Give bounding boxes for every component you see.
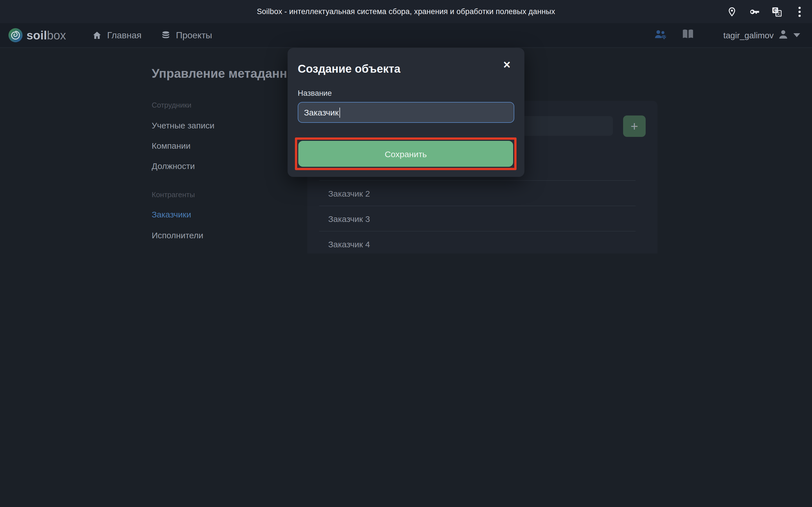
browser-icons: G 文 bbox=[726, 0, 805, 23]
location-icon[interactable] bbox=[726, 6, 737, 17]
svg-text:文: 文 bbox=[776, 11, 780, 15]
name-input[interactable]: Заказчик bbox=[298, 102, 514, 123]
text-cursor bbox=[339, 107, 340, 117]
save-button[interactable]: Сохранить bbox=[298, 141, 513, 167]
kebab-menu-icon[interactable] bbox=[794, 6, 805, 17]
translate-icon[interactable]: G 文 bbox=[771, 6, 782, 17]
name-field-label: Название bbox=[298, 89, 332, 98]
annotation-highlight-box: Сохранить bbox=[295, 137, 516, 170]
create-object-modal: Создание объекта ✕ Название Заказчик Сох… bbox=[288, 48, 524, 177]
browser-titlebar: Soilbox - интеллектуальная система сбора… bbox=[0, 0, 812, 23]
key-icon[interactable] bbox=[749, 6, 760, 17]
screen: Soilbox - интеллектуальная система сбора… bbox=[0, 0, 812, 253]
modal-title: Создание объекта bbox=[298, 62, 400, 75]
browser-title: Soilbox - интеллектуальная система сбора… bbox=[257, 7, 555, 16]
name-input-value: Заказчик bbox=[304, 108, 339, 117]
close-icon[interactable]: ✕ bbox=[502, 59, 512, 71]
